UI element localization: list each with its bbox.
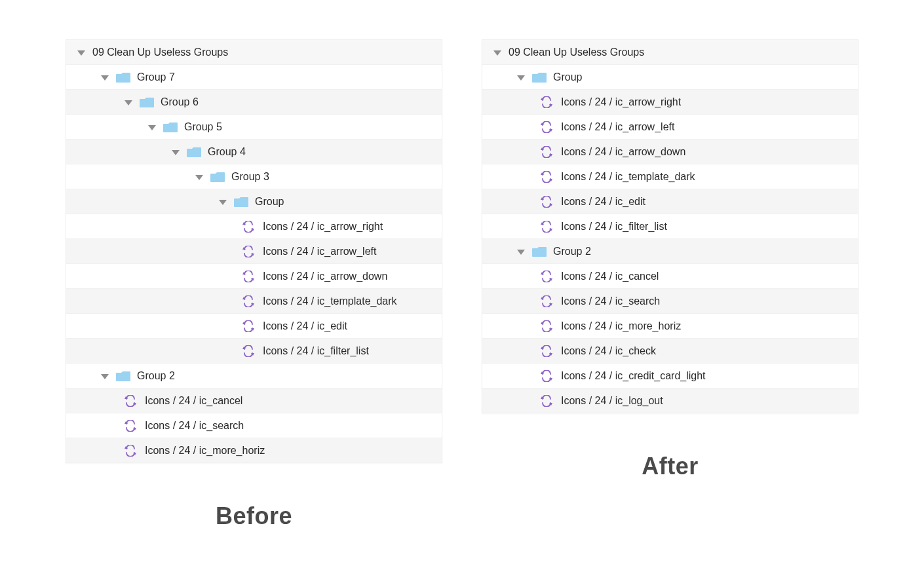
tree-row[interactable]: Group [482, 65, 858, 90]
row-label: Icons / 24 / ic_arrow_down [263, 271, 387, 282]
row-label: Group 6 [161, 96, 199, 108]
row-label: Icons / 24 / ic_cancel [145, 395, 242, 407]
symbol-instance-icon [242, 221, 255, 233]
folder-icon [532, 246, 547, 257]
symbol-instance-icon [242, 345, 255, 357]
tree-row[interactable]: Group 3 [66, 164, 442, 189]
tree-row[interactable]: Group [66, 189, 442, 214]
tree-row[interactable]: Icons / 24 / ic_edit [66, 314, 442, 339]
symbol-instance-icon [540, 171, 553, 183]
chevron-down-icon[interactable] [493, 50, 502, 56]
chevron-down-icon[interactable] [100, 75, 109, 81]
svg-marker-2 [125, 100, 132, 105]
tree-row[interactable]: Icons / 24 / ic_log_out [482, 388, 858, 413]
symbol-instance-icon [242, 295, 255, 307]
chevron-down-icon[interactable] [147, 124, 157, 131]
row-label: Group [255, 196, 284, 208]
symbol-instance-icon [540, 146, 553, 158]
tree-row[interactable]: Group 2 [66, 364, 442, 388]
row-label: Icons / 24 / ic_credit_card_light [561, 370, 706, 382]
folder-icon [234, 196, 248, 208]
row-label: Icons / 24 / ic_filter_list [263, 345, 369, 357]
tree-row[interactable]: Group 6 [66, 90, 442, 115]
symbol-instance-icon [540, 320, 553, 332]
chevron-down-icon[interactable] [218, 199, 227, 206]
tree-row[interactable]: Icons / 24 / ic_filter_list [66, 339, 442, 364]
svg-marker-5 [195, 175, 203, 180]
chevron-down-icon[interactable] [516, 249, 526, 255]
symbol-instance-icon [242, 271, 255, 282]
tree-row[interactable]: Icons / 24 / ic_arrow_left [66, 239, 442, 264]
chevron-down-icon[interactable] [77, 50, 86, 56]
folder-icon [116, 71, 130, 83]
tree-row[interactable]: Icons / 24 / ic_search [66, 413, 442, 438]
tree-row[interactable]: Icons / 24 / ic_edit [482, 189, 858, 214]
tree-row[interactable]: Icons / 24 / ic_check [482, 339, 858, 364]
symbol-instance-icon [540, 395, 553, 407]
symbol-instance-icon [540, 370, 553, 382]
row-label: Icons / 24 / ic_search [145, 420, 244, 432]
chevron-down-icon[interactable] [516, 75, 526, 81]
before-panel: 09 Clean Up Useless GroupsGroup 7Group 6… [66, 39, 442, 463]
row-label: Group 3 [231, 171, 269, 183]
svg-marker-26 [493, 50, 501, 56]
svg-marker-27 [517, 75, 525, 81]
svg-marker-4 [172, 150, 180, 155]
chevron-down-icon[interactable] [171, 149, 180, 156]
row-label: Icons / 24 / ic_arrow_left [561, 121, 674, 133]
chevron-down-icon[interactable] [195, 174, 204, 181]
row-label: Icons / 24 / ic_arrow_right [561, 96, 681, 108]
chevron-down-icon[interactable] [124, 100, 133, 106]
row-label: Icons / 24 / ic_arrow_left [263, 246, 376, 257]
row-label: Icons / 24 / ic_search [561, 295, 660, 307]
svg-marker-19 [101, 374, 109, 379]
header-label: 09 Clean Up Useless Groups [92, 47, 228, 58]
tree-row[interactable]: Icons / 24 / ic_template_dark [482, 164, 858, 189]
svg-marker-40 [517, 250, 525, 255]
symbol-instance-icon [242, 320, 255, 332]
tree-row[interactable]: Icons / 24 / ic_template_dark [66, 289, 442, 314]
tree-header[interactable]: 09 Clean Up Useless Groups [66, 40, 442, 65]
symbol-instance-icon [540, 221, 553, 233]
svg-marker-3 [148, 125, 156, 130]
tree-row[interactable]: Group 5 [66, 115, 442, 140]
tree-row[interactable]: Icons / 24 / ic_filter_list [482, 214, 858, 239]
tree-header[interactable]: 09 Clean Up Useless Groups [482, 40, 858, 65]
header-label: 09 Clean Up Useless Groups [509, 47, 644, 58]
svg-marker-6 [219, 200, 227, 205]
tree-row[interactable]: Icons / 24 / ic_arrow_down [482, 140, 858, 164]
symbol-instance-icon [540, 295, 553, 307]
symbol-instance-icon [540, 121, 553, 133]
symbol-instance-icon [124, 395, 137, 407]
folder-icon [187, 146, 201, 158]
tree-row[interactable]: Group 2 [482, 239, 858, 264]
folder-icon [163, 121, 178, 133]
row-label: Icons / 24 / ic_check [561, 345, 656, 357]
tree-row[interactable]: Icons / 24 / ic_cancel [482, 264, 858, 289]
tree-row[interactable]: Group 4 [66, 140, 442, 164]
tree-row[interactable]: Icons / 24 / ic_arrow_right [482, 90, 858, 115]
symbol-instance-icon [540, 96, 553, 108]
row-label: Icons / 24 / ic_arrow_right [263, 221, 383, 233]
row-label: Icons / 24 / ic_template_dark [561, 171, 695, 183]
symbol-instance-icon [242, 246, 255, 257]
tree-row[interactable]: Icons / 24 / ic_arrow_left [482, 115, 858, 140]
tree-row[interactable]: Group 7 [66, 65, 442, 90]
symbol-instance-icon [124, 445, 137, 457]
row-label: Icons / 24 / ic_more_horiz [561, 320, 681, 332]
tree-row[interactable]: Icons / 24 / ic_arrow_right [66, 214, 442, 239]
tree-row[interactable]: Icons / 24 / ic_credit_card_light [482, 364, 858, 388]
row-label: Group 7 [137, 71, 175, 83]
tree-row[interactable]: Icons / 24 / ic_arrow_down [66, 264, 442, 289]
symbol-instance-icon [124, 420, 137, 432]
tree-row[interactable]: Icons / 24 / ic_more_horiz [66, 438, 442, 463]
row-label: Group 2 [137, 370, 175, 382]
chevron-down-icon[interactable] [100, 373, 109, 380]
tree-row[interactable]: Icons / 24 / ic_search [482, 289, 858, 314]
before-column: 09 Clean Up Useless GroupsGroup 7Group 6… [66, 39, 442, 530]
folder-icon [532, 71, 547, 83]
tree-row[interactable]: Icons / 24 / ic_more_horiz [482, 314, 858, 339]
row-label: Icons / 24 / ic_edit [561, 196, 645, 208]
row-label: Icons / 24 / ic_arrow_down [561, 146, 685, 158]
tree-row[interactable]: Icons / 24 / ic_cancel [66, 388, 442, 413]
